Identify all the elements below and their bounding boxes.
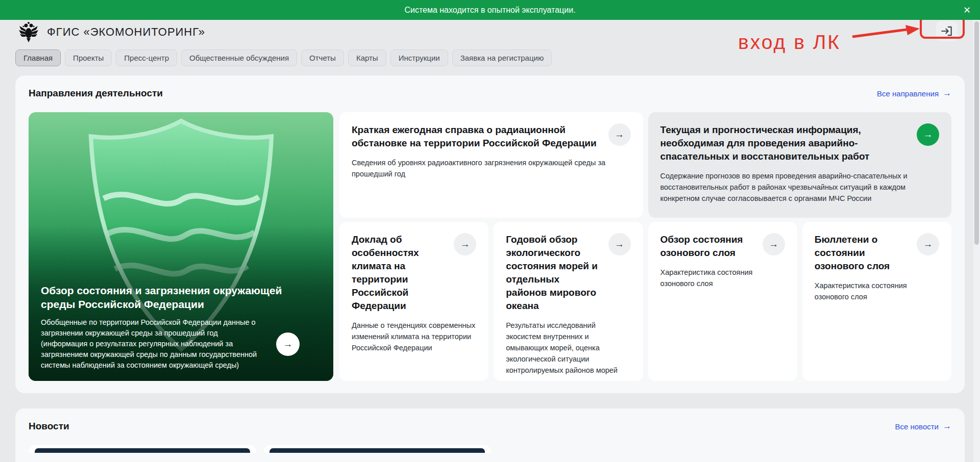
direction-card-radiation[interactable]: Краткая ежегодная справка о радиационной…	[339, 112, 643, 218]
tab-proekty[interactable]: Проекты	[65, 49, 112, 66]
tab-otchety[interactable]: Отчеты	[301, 49, 344, 66]
arrow-right-icon: →	[615, 129, 624, 140]
card-title: Бюллетени о состоянии озонового слоя	[815, 233, 910, 273]
card-title: Текущая и прогностическая информация, не…	[660, 123, 905, 163]
tab-obshchestvennye-obsuzhdeniya[interactable]: Общественные обсуждения	[181, 49, 297, 66]
tab-zayavka-na-registratsiyu[interactable]: Заявка на регистрацию	[452, 49, 552, 66]
coat-of-arms-logo	[18, 21, 39, 43]
arrow-right-icon: →	[943, 88, 951, 98]
directions-section: Направления деятельности Все направления…	[15, 75, 965, 393]
login-button[interactable]	[936, 21, 958, 41]
card-arrow-button[interactable]: →	[763, 233, 785, 255]
all-directions-label: Все направления	[877, 89, 939, 98]
card-description: Характеристика состояния озонового слоя	[815, 280, 939, 302]
arrow-right-icon: →	[943, 421, 951, 431]
card-description: Содержание прогнозов во время проведения…	[660, 170, 940, 204]
scrollbar[interactable]	[973, 20, 980, 462]
card-title: Доклад об особенностях климата на террит…	[352, 233, 447, 313]
hero-card-title: Обзор состояния и загрязнения окружающей…	[41, 284, 301, 311]
scrollbar-thumb[interactable]	[974, 21, 979, 245]
card-title: Обзор состояния озонового слоя	[660, 233, 755, 260]
direction-card-seas[interactable]: Годовой обзор экологического состояния м…	[494, 222, 643, 381]
hero-card-description: Обобщенные по территории Российской Феде…	[41, 317, 263, 371]
card-description: Результаты исследований экосистем внутре…	[506, 320, 630, 376]
news-card-image	[35, 448, 250, 453]
hero-direction-card[interactable]: Обзор состояния и загрязнения окружающей…	[29, 112, 333, 381]
banner-text: Система находится в опытной эксплуатации…	[404, 6, 575, 15]
news-section: Новости Все новости →	[15, 408, 965, 462]
brand: ФГИС «ЭКОМОНИТОРИНГ»	[18, 21, 205, 43]
arrow-right-icon: →	[923, 129, 933, 140]
arrow-right-icon: →	[283, 339, 293, 350]
card-description: Сведения об уровнях радиоактивного загря…	[352, 157, 631, 179]
arrow-right-icon: →	[460, 239, 470, 250]
card-arrow-button[interactable]: →	[608, 233, 631, 255]
card-description: Характеристика состояния озонового слоя	[660, 267, 785, 289]
tab-press-centr[interactable]: Пресс-центр	[116, 49, 177, 66]
card-title: Краткая ежегодная справка о радиационной…	[352, 123, 597, 150]
card-title: Годовой обзор экологического состояния м…	[506, 233, 601, 313]
arrow-right-icon: →	[615, 239, 624, 250]
all-directions-link[interactable]: Все направления →	[877, 88, 951, 98]
all-news-link[interactable]: Все новости →	[895, 421, 951, 431]
hero-arrow-button[interactable]: →	[276, 332, 300, 356]
arrow-right-icon: →	[769, 239, 778, 250]
card-arrow-button[interactable]: →	[917, 233, 939, 255]
all-news-label: Все новости	[895, 422, 939, 431]
system-status-banner: Система находится в опытной эксплуатации…	[0, 0, 980, 20]
tab-glavnaya[interactable]: Главная	[15, 49, 61, 66]
direction-card-emergency[interactable]: Текущая и прогностическая информация, не…	[648, 112, 952, 218]
card-arrow-button[interactable]: →	[608, 123, 631, 146]
tab-karty[interactable]: Карты	[348, 49, 386, 66]
site-header: ФГИС «ЭКОМОНИТОРИНГ» вход в ЛК	[0, 20, 980, 45]
site-title: ФГИС «ЭКОМОНИТОРИНГ»	[47, 25, 205, 39]
directions-title: Направления деятельности	[29, 88, 163, 99]
direction-card-ozone-review[interactable]: Обзор состояния озонового слоя → Характе…	[648, 222, 797, 381]
annotation-arrow	[851, 24, 921, 39]
direction-card-climate[interactable]: Доклад об особенностях климата на террит…	[339, 222, 488, 381]
arrow-right-icon: →	[923, 239, 933, 250]
banner-close-icon[interactable]: ✕	[963, 6, 971, 15]
card-arrow-button[interactable]: →	[917, 123, 939, 146]
tab-instruktsii[interactable]: Инструкции	[390, 49, 448, 66]
news-card[interactable]	[29, 445, 256, 453]
card-arrow-button[interactable]: →	[454, 233, 476, 255]
news-card[interactable]	[263, 445, 491, 453]
login-icon	[940, 24, 953, 38]
news-card-image	[270, 448, 485, 453]
direction-card-ozone-bulletins[interactable]: Бюллетени о состоянии озонового слоя → Х…	[802, 222, 951, 381]
card-description: Данные о тенденциях современных изменени…	[352, 320, 476, 353]
annotation-label: вход в ЛК	[738, 31, 841, 54]
news-title: Новости	[29, 421, 69, 432]
